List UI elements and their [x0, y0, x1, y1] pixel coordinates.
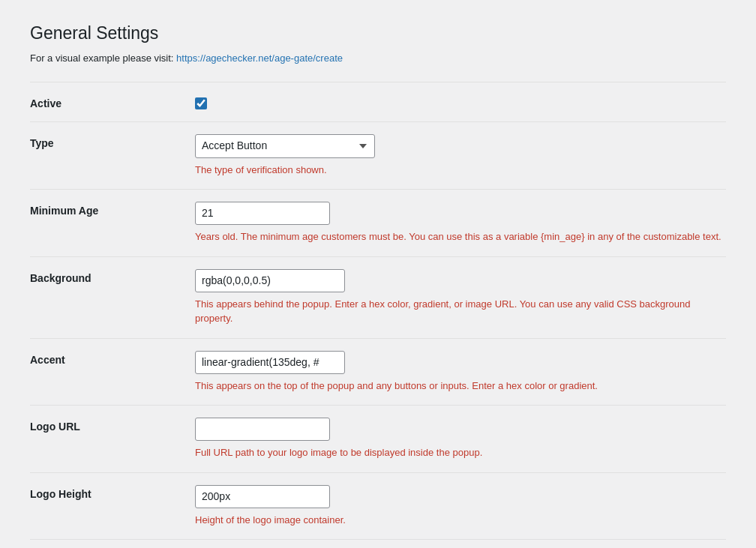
background-row: Background This appears behind the popup…: [30, 257, 726, 339]
logo-margin-row: Logo Margin Margin space around the logo…: [30, 540, 726, 548]
logo-url-description: Full URL path to your logo image to be d…: [195, 445, 726, 460]
accent-description: This appears on the top of the popup and…: [195, 379, 726, 394]
background-input[interactable]: [195, 269, 345, 292]
logo-height-content: Height of the logo image container.: [195, 485, 726, 528]
settings-form: Active Type Accept Button Date of Birth …: [30, 82, 726, 548]
background-label: Background: [30, 269, 195, 284]
page-container: General Settings For a visual example pl…: [15, 15, 741, 548]
type-select[interactable]: Accept Button Date of Birth Yes / No: [195, 134, 375, 158]
active-content: [195, 94, 726, 109]
logo-url-input[interactable]: [195, 418, 330, 441]
type-row: Type Accept Button Date of Birth Yes / N…: [30, 122, 726, 190]
logo-url-label: Logo URL: [30, 418, 195, 433]
background-content: This appears behind the popup. Enter a h…: [195, 269, 726, 326]
type-content: Accept Button Date of Birth Yes / No The…: [195, 134, 726, 178]
intro-link[interactable]: https://agechecker.net/age-gate/create: [176, 52, 343, 64]
active-checkbox[interactable]: [195, 97, 207, 109]
logo-height-description: Height of the logo image container.: [195, 513, 726, 528]
accent-input[interactable]: [195, 351, 345, 374]
background-description: This appears behind the popup. Enter a h…: [195, 297, 726, 326]
intro-text: For a visual example please visit: https…: [30, 52, 726, 64]
logo-url-row: Logo URL Full URL path to your logo imag…: [30, 406, 726, 473]
logo-height-label: Logo Height: [30, 485, 195, 500]
minimum-age-label: Minimum Age: [30, 202, 195, 217]
logo-height-input[interactable]: [195, 485, 330, 508]
active-checkbox-wrapper: [195, 94, 726, 109]
minimum-age-input[interactable]: [195, 202, 330, 225]
logo-url-content: Full URL path to your logo image to be d…: [195, 418, 726, 460]
type-description: The type of verification shown.: [195, 163, 726, 178]
accent-row: Accent This appears on the top of the po…: [30, 339, 726, 406]
page-title: General Settings: [30, 22, 726, 45]
intro-label: For a visual example please visit:: [30, 52, 173, 64]
logo-height-row: Logo Height Height of the logo image con…: [30, 473, 726, 541]
type-label: Type: [30, 134, 195, 149]
minimum-age-content: Years old. The minimum age customers mus…: [195, 202, 726, 244]
active-row: Active: [30, 82, 726, 122]
accent-label: Accent: [30, 351, 195, 366]
minimum-age-description: Years old. The minimum age customers mus…: [195, 229, 726, 244]
accent-content: This appears on the top of the popup and…: [195, 351, 726, 394]
minimum-age-row: Minimum Age Years old. The minimum age c…: [30, 190, 726, 257]
active-label: Active: [30, 94, 195, 109]
